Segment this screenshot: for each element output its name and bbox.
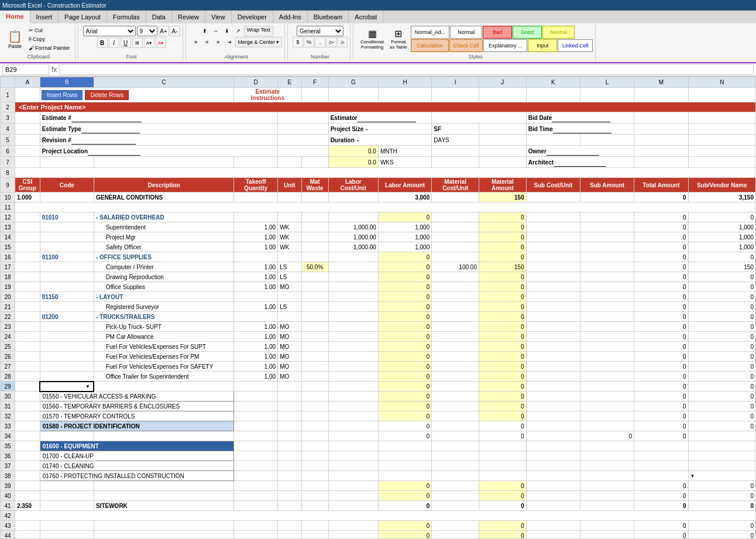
- cell-j7[interactable]: [479, 157, 526, 168]
- merge-center-button[interactable]: Merge & Center ▾: [235, 37, 283, 47]
- col-header-d[interactable]: D: [234, 77, 278, 88]
- cell-m10[interactable]: 0: [634, 193, 688, 202]
- formula-input[interactable]: [59, 64, 754, 75]
- tab-addins[interactable]: Add-Ins: [273, 11, 308, 23]
- cell-c13[interactable]: Superintendent: [94, 222, 233, 232]
- wrap-text-button[interactable]: Wrap Text: [244, 26, 273, 36]
- cell-d7[interactable]: [234, 157, 278, 168]
- cell-a1[interactable]: [15, 88, 40, 102]
- normal-ad-style[interactable]: Normal_Ad...: [411, 26, 450, 39]
- cell-a6[interactable]: [15, 146, 40, 157]
- formula-function-icon[interactable]: fx: [51, 66, 57, 74]
- calculation-style[interactable]: Calculation: [411, 39, 449, 52]
- delete-rows-button[interactable]: Delete Rows: [85, 90, 129, 100]
- cell-i1[interactable]: [432, 88, 479, 102]
- cell-l10[interactable]: [580, 193, 634, 202]
- cell-k6[interactable]: Owner: [526, 146, 634, 157]
- cell-j4[interactable]: [479, 123, 526, 135]
- cell-j5[interactable]: [479, 135, 526, 146]
- cell-g12[interactable]: [328, 212, 378, 222]
- cell-g4[interactable]: Project Size-: [328, 123, 432, 135]
- border-button[interactable]: ⊞: [132, 37, 143, 48]
- cell-c18[interactable]: Drawing Reproduction: [94, 272, 233, 282]
- cell-h13[interactable]: 1,000: [378, 222, 431, 232]
- comma-button[interactable]: ,: [315, 37, 325, 47]
- cell-g7[interactable]: 0.0: [328, 157, 378, 168]
- tab-data[interactable]: Data: [146, 11, 172, 23]
- cell-k3[interactable]: Bid Date: [526, 112, 634, 123]
- dropdown-item-selected[interactable]: 01600 - EQUIPMENT: [40, 441, 234, 451]
- cell-e13[interactable]: WK: [278, 222, 301, 232]
- tab-developer[interactable]: Developer: [232, 11, 273, 23]
- tab-home[interactable]: Home: [0, 11, 30, 23]
- font-size-select[interactable]: 9: [137, 26, 157, 36]
- indent-button[interactable]: ⇥: [224, 37, 235, 47]
- cell-n1[interactable]: [688, 88, 756, 102]
- cell-d12[interactable]: [234, 212, 278, 222]
- cell-n6[interactable]: [688, 146, 756, 157]
- good-style[interactable]: Good: [513, 26, 542, 39]
- cell-m1[interactable]: [634, 88, 688, 102]
- cell-n12[interactable]: 0: [688, 212, 756, 222]
- cell-c17[interactable]: Computer / Printer: [94, 262, 233, 272]
- cell-c20[interactable]: - LAYOUT: [94, 292, 233, 302]
- cell-d13[interactable]: 1.00: [234, 222, 278, 232]
- cell-a4[interactable]: [15, 123, 40, 135]
- tab-view[interactable]: View: [205, 11, 232, 23]
- col-header-m[interactable]: M: [634, 77, 688, 88]
- cell-d10[interactable]: [234, 193, 278, 202]
- col-header-k[interactable]: K: [526, 77, 580, 88]
- percent-button[interactable]: %: [304, 37, 314, 47]
- cell-b10[interactable]: [40, 193, 94, 202]
- cell-a7[interactable]: [15, 157, 40, 168]
- cell-l5[interactable]: [580, 135, 634, 146]
- cell-e7[interactable]: [278, 157, 301, 168]
- align-middle-button[interactable]: ↔: [211, 26, 221, 36]
- cell-c41[interactable]: SITEWORK: [94, 501, 233, 511]
- cell-i7[interactable]: [432, 157, 479, 168]
- cell-c7[interactable]: [94, 157, 233, 168]
- italic-button[interactable]: I: [109, 37, 119, 48]
- cell-i6[interactable]: [432, 146, 479, 157]
- tab-bluebeam[interactable]: Bluebeam: [308, 11, 349, 23]
- cell-n7[interactable]: [688, 157, 756, 168]
- cell-g5[interactable]: Duration-: [328, 135, 432, 146]
- shrink-font-button[interactable]: A-: [170, 26, 180, 36]
- cell-b22[interactable]: 01200: [40, 312, 94, 322]
- cell-j10[interactable]: 150: [479, 193, 526, 202]
- cell-b6[interactable]: Project Location: [40, 146, 277, 157]
- cell-m5[interactable]: [634, 135, 688, 146]
- copy-button[interactable]: ⎘ Copy: [26, 35, 73, 43]
- col-header-c[interactable]: C: [94, 77, 233, 88]
- dropdown-item-6[interactable]: 01740 - CLEANING: [40, 461, 234, 471]
- underline-button[interactable]: U: [121, 37, 131, 48]
- col-header-b[interactable]: B: [40, 77, 94, 88]
- cell-n10[interactable]: 3,150: [688, 193, 756, 202]
- input-style[interactable]: Input: [528, 39, 557, 52]
- col-header-h[interactable]: H: [378, 77, 431, 88]
- cell-c15[interactable]: Safety Officer: [94, 242, 233, 252]
- col-header-l[interactable]: L: [580, 77, 634, 88]
- cell-e10[interactable]: [278, 193, 301, 202]
- tab-review[interactable]: Review: [172, 11, 205, 23]
- cell-c10[interactable]: GENERAL CONDITIONS: [94, 193, 233, 202]
- cell-a3[interactable]: [15, 112, 40, 123]
- cell-b12[interactable]: 01010: [40, 212, 94, 222]
- cell-j12[interactable]: 0: [479, 212, 526, 222]
- dropdown-item-4[interactable]: 01580 - PROJECT IDENTIFICATION: [40, 421, 234, 431]
- cell-i4[interactable]: SF: [432, 123, 479, 135]
- explanatory-style[interactable]: Explanatory ...: [483, 39, 527, 52]
- cell-a41[interactable]: 2.350: [15, 501, 40, 511]
- cell-n4[interactable]: [688, 123, 756, 135]
- decimal-increase-button[interactable]: .0+: [326, 37, 336, 47]
- font-color-button[interactable]: A▾: [156, 37, 166, 48]
- architect-input[interactable]: [554, 157, 606, 167]
- linked-cell-style[interactable]: Linked Cell: [558, 39, 593, 52]
- dropdown-item-5[interactable]: 01700 - CLEAN-UP: [40, 451, 234, 461]
- cell-e6[interactable]: [278, 146, 328, 157]
- cell-h6[interactable]: MNTH: [378, 146, 431, 157]
- cell-b16[interactable]: 01100: [40, 252, 94, 262]
- cell-l13[interactable]: [580, 222, 634, 232]
- cell-g13[interactable]: 1,000.00: [328, 222, 378, 232]
- cell-n3[interactable]: [688, 112, 756, 123]
